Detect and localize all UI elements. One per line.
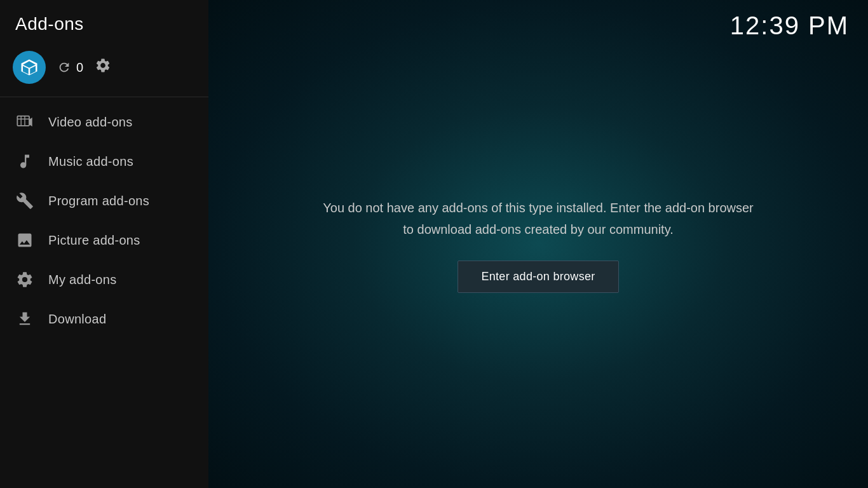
sidebar-item-video-addons[interactable]: Video add-ons bbox=[0, 102, 208, 142]
sidebar-item-picture-addons-label: Picture add-ons bbox=[48, 233, 140, 248]
program-icon bbox=[15, 191, 34, 210]
sidebar-item-music-addons-label: Music add-ons bbox=[48, 154, 133, 169]
download-icon bbox=[15, 309, 34, 329]
update-count: 0 bbox=[76, 60, 83, 75]
sidebar-header: 0 bbox=[0, 44, 208, 97]
sidebar-item-music-addons[interactable]: Music add-ons bbox=[0, 142, 208, 181]
sidebar: Add-ons 0 bbox=[0, 0, 208, 488]
sidebar-item-program-addons[interactable]: Program add-ons bbox=[0, 181, 208, 220]
sidebar-item-my-addons[interactable]: My add-ons bbox=[0, 260, 208, 299]
sidebar-item-video-addons-label: Video add-ons bbox=[48, 115, 133, 130]
addon-box-icon bbox=[20, 58, 39, 77]
empty-message: You do not have any add-ons of this type… bbox=[322, 197, 754, 240]
sidebar-item-download[interactable]: Download bbox=[0, 299, 208, 339]
refresh-icon[interactable] bbox=[57, 60, 71, 74]
video-icon bbox=[15, 112, 34, 132]
sidebar-item-picture-addons[interactable]: Picture add-ons bbox=[0, 220, 208, 260]
my-addons-icon bbox=[15, 270, 34, 289]
addon-icon-button[interactable] bbox=[13, 51, 46, 84]
sidebar-item-my-addons-label: My add-ons bbox=[48, 273, 117, 287]
svg-rect-0 bbox=[17, 116, 29, 126]
refresh-area: 0 bbox=[57, 60, 83, 75]
picture-icon bbox=[15, 231, 34, 250]
sidebar-item-download-label: Download bbox=[48, 312, 106, 327]
divider bbox=[0, 97, 208, 97]
settings-icon[interactable] bbox=[95, 57, 111, 78]
page-title: Add-ons bbox=[0, 0, 208, 44]
enter-addon-browser-button[interactable]: Enter add-on browser bbox=[458, 261, 618, 293]
main-center: You do not have any add-ons of this type… bbox=[208, 40, 868, 488]
sidebar-item-program-addons-label: Program add-ons bbox=[48, 194, 149, 208]
music-icon bbox=[15, 152, 34, 171]
main-content: 12:39 PM You do not have any add-ons of … bbox=[208, 0, 868, 488]
time-display: 12:39 PM bbox=[730, 0, 868, 40]
